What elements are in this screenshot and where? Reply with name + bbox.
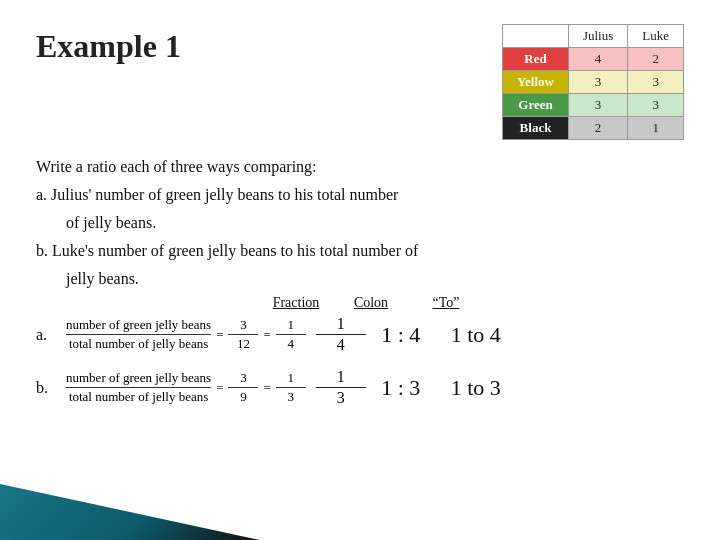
answer-row-b: b. number of green jelly beans total num… <box>36 368 684 407</box>
frac-simple-bot-a: 4 <box>316 335 366 354</box>
col-header-colon: Colon <box>336 295 406 311</box>
answer-cols-b: 1 3 1 : 3 1 to 3 <box>316 368 516 407</box>
eq-sign-2a: = <box>261 328 272 341</box>
frac-num1-a: 3 12 <box>228 317 258 352</box>
eq-sign-2b: = <box>261 381 272 394</box>
table-row: Yellow 3 3 <box>503 71 684 94</box>
main-content: Example 1 Julius Luke Red 4 2 Yellow 3 <box>0 0 720 441</box>
row-luke-red: 2 <box>628 48 684 71</box>
fraction-simple-a: 1 4 <box>316 315 366 354</box>
instruction-line1: Write a ratio each of three ways compari… <box>36 155 684 179</box>
row-julius-red: 4 <box>568 48 627 71</box>
table-header-luke: Luke <box>628 25 684 48</box>
instructions: Write a ratio each of three ways compari… <box>36 155 684 291</box>
instruction-item-a2: of jelly beans. <box>66 211 684 235</box>
frac-simple-bot-b: 3 <box>316 388 366 407</box>
frac-text-num-b: number of green jelly beans <box>66 370 211 388</box>
frac-num1-b: 3 9 <box>228 370 258 405</box>
to-value-b: 1 to 3 <box>436 375 516 401</box>
row-julius-black: 2 <box>568 117 627 140</box>
frac-eq-num1-a: 3 <box>228 317 258 335</box>
row-luke-green: 3 <box>628 94 684 117</box>
frac-eq-num2-a: 1 <box>276 317 306 335</box>
frac-simple-top-b: 1 <box>316 368 366 388</box>
table-header-empty <box>503 25 569 48</box>
to-value-a: 1 to 4 <box>436 322 516 348</box>
frac-eq-den1-a: 12 <box>228 335 258 352</box>
frac-text-a: number of green jelly beans total number… <box>66 317 211 352</box>
row-label-yellow: Yellow <box>503 71 569 94</box>
table-row: Green 3 3 <box>503 94 684 117</box>
data-table: Julius Luke Red 4 2 Yellow 3 3 Green 3 <box>502 24 684 140</box>
frac-text-num-a: number of green jelly beans <box>66 317 211 335</box>
answer-label-a: a. <box>36 326 62 344</box>
answer-cols-a: 1 4 1 : 4 1 to 4 <box>316 315 516 354</box>
frac-num2-b: 1 3 <box>276 370 306 405</box>
col-header-to: “To” <box>406 295 486 311</box>
frac-eq-den2-b: 3 <box>276 388 306 405</box>
answer-row-a: a. number of green jelly beans total num… <box>36 315 684 354</box>
eq-sign-1b: = <box>214 381 225 394</box>
fraction-simple-b: 1 3 <box>316 368 366 407</box>
eq-sign-1a: = <box>214 328 225 341</box>
instruction-item-a: a. Julius' number of green jelly beans t… <box>36 183 684 207</box>
row-label-red: Red <box>503 48 569 71</box>
frac-eq-den2-a: 4 <box>276 335 306 352</box>
row-luke-yellow: 3 <box>628 71 684 94</box>
table-header-julius: Julius <box>568 25 627 48</box>
table-row: Black 2 1 <box>503 117 684 140</box>
colon-value-a: 1 : 4 <box>366 322 436 348</box>
row-julius-green: 3 <box>568 94 627 117</box>
fraction-equation-b: number of green jelly beans total number… <box>66 370 306 405</box>
frac-num2-a: 1 4 <box>276 317 306 352</box>
row-label-green: Green <box>503 94 569 117</box>
colon-value-b: 1 : 3 <box>366 375 436 401</box>
frac-eq-num1-b: 3 <box>228 370 258 388</box>
row-label-black: Black <box>503 117 569 140</box>
instruction-item-b: b. Luke's number of green jelly beans to… <box>36 239 684 263</box>
answer-label-b: b. <box>36 379 62 397</box>
row-julius-yellow: 3 <box>568 71 627 94</box>
answer-col-headers: Fraction Colon “To” <box>256 295 684 311</box>
frac-eq-num2-b: 1 <box>276 370 306 388</box>
bottom-decoration <box>0 460 260 540</box>
frac-simple-top-a: 1 <box>316 315 366 335</box>
row-luke-black: 1 <box>628 117 684 140</box>
frac-eq-den1-b: 9 <box>228 388 258 405</box>
instruction-item-b2: jelly beans. <box>66 267 684 291</box>
table-container: Julius Luke Red 4 2 Yellow 3 3 Green 3 <box>502 24 684 140</box>
frac-text-b: number of green jelly beans total number… <box>66 370 211 405</box>
fraction-equation-a: number of green jelly beans total number… <box>66 317 306 352</box>
table-row: Red 4 2 <box>503 48 684 71</box>
frac-text-den-b: total number of jelly beans <box>69 388 208 405</box>
col-header-fraction: Fraction <box>256 295 336 311</box>
frac-text-den-a: total number of jelly beans <box>69 335 208 352</box>
